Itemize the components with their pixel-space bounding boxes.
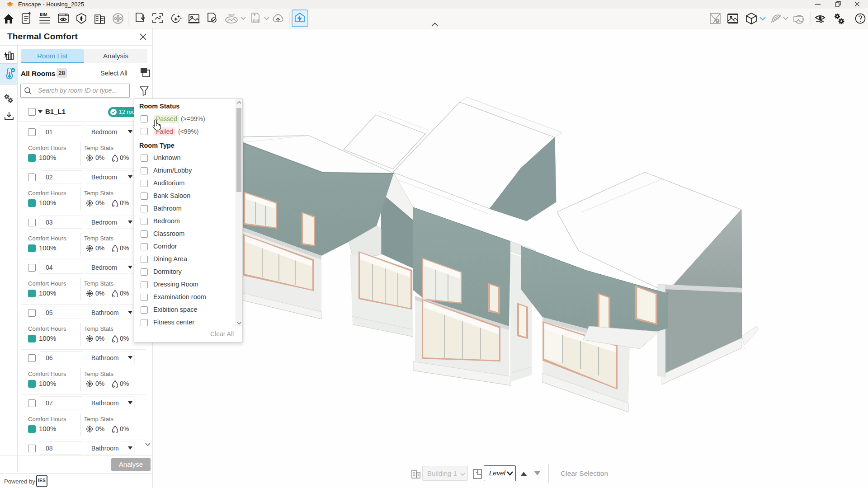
svg-text:360°: 360° (228, 13, 236, 17)
svg-text:BIM: BIM (40, 12, 47, 17)
svg-text:EXE: EXE (253, 19, 259, 23)
